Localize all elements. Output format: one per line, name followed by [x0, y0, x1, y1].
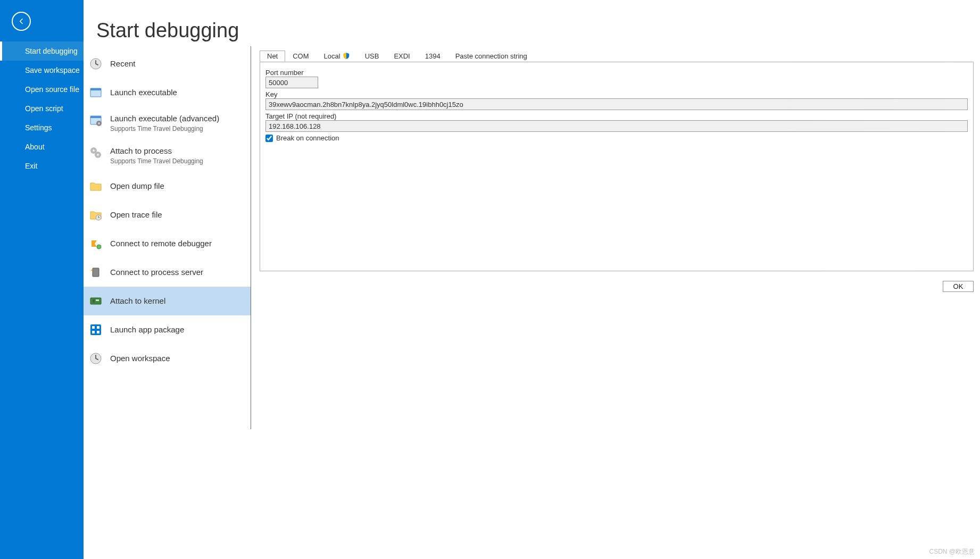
circuit-board-icon	[89, 294, 103, 308]
sidebar-item-open-source-file[interactable]: Open source file	[0, 80, 84, 99]
action-open-dump-file[interactable]: Open dump file	[84, 172, 251, 201]
svg-rect-21	[97, 331, 99, 333]
action-launch-app-package[interactable]: Launch app package	[84, 315, 251, 344]
action-recent[interactable]: Recent	[84, 49, 251, 78]
right-panel: Net COM Local USB EXDI 1394 Paste connec…	[260, 46, 980, 559]
action-label: Attach to process	[110, 146, 203, 156]
target-ip-input[interactable]	[265, 120, 968, 132]
vertical-divider	[251, 46, 251, 429]
sidebar-item-label: Start debugging	[25, 47, 78, 55]
action-subtitle: Supports Time Travel Debugging	[110, 157, 203, 166]
action-label: Connect to remote debugger	[110, 238, 212, 249]
sidebar-item-label: Exit	[25, 162, 37, 170]
action-list: Recent Launch executable Launch executab…	[84, 46, 251, 559]
svg-point-12	[97, 245, 101, 249]
sidebar-item-open-script[interactable]: Open script	[0, 99, 84, 118]
sidebar-item-label: About	[25, 143, 45, 151]
arrow-left-icon	[17, 17, 26, 26]
port-input[interactable]	[265, 77, 318, 88]
sidebar-item-settings[interactable]: Settings	[0, 118, 84, 137]
window-icon	[89, 86, 103, 99]
svg-point-10	[97, 154, 99, 156]
svg-rect-15	[93, 299, 95, 303]
app-grid-icon	[89, 323, 103, 337]
svg-rect-4	[90, 116, 101, 118]
svg-point-8	[93, 149, 95, 152]
main: Start debugging Recent Launch executable	[84, 0, 980, 559]
tab-paste-connection-string[interactable]: Paste connection string	[448, 51, 535, 62]
action-label: Open trace file	[110, 210, 162, 220]
svg-rect-16	[96, 299, 99, 301]
break-on-connection-label: Break on connection	[276, 134, 339, 142]
action-open-workspace[interactable]: Open workspace	[84, 344, 251, 373]
svg-rect-13	[93, 268, 99, 277]
action-connect-remote-debugger[interactable]: Connect to remote debugger	[84, 229, 251, 258]
sidebar-item-exit[interactable]: Exit	[0, 156, 84, 176]
gears-icon	[89, 146, 103, 160]
sidebar-item-start-debugging[interactable]: Start debugging	[0, 41, 84, 61]
sidebar: Start debugging Save workspace Open sour…	[0, 0, 84, 559]
content-row: Recent Launch executable Launch executab…	[84, 46, 980, 559]
sidebar-item-label: Save workspace	[25, 66, 80, 74]
sidebar-item-label: Settings	[25, 123, 52, 132]
action-subtitle: Supports Time Travel Debugging	[110, 125, 219, 134]
tab-1394[interactable]: 1394	[418, 51, 448, 62]
action-label: Launch executable (advanced)	[110, 113, 219, 124]
shield-icon	[343, 52, 350, 60]
action-label: Launch executable	[110, 87, 177, 98]
break-on-connection-checkbox[interactable]	[265, 135, 273, 142]
clock-icon	[89, 57, 103, 71]
tab-net[interactable]: Net	[260, 51, 285, 62]
sidebar-item-label: Open source file	[25, 85, 79, 94]
target-ip-label: Target IP (not required)	[265, 112, 968, 120]
action-attach-to-process[interactable]: Attach to process Supports Time Travel D…	[84, 139, 251, 172]
key-input[interactable]	[265, 98, 968, 110]
action-open-trace-file[interactable]: Open trace file	[84, 201, 251, 229]
action-label: Recent	[110, 59, 136, 69]
server-icon	[89, 265, 103, 279]
sidebar-item-label: Open script	[25, 104, 63, 113]
svg-rect-2	[90, 88, 101, 90]
action-label: Connect to process server	[110, 267, 203, 278]
svg-point-6	[98, 122, 100, 124]
key-label: Key	[265, 90, 968, 98]
action-label: Launch app package	[110, 324, 184, 335]
folder-clock-icon	[89, 208, 103, 222]
tab-content: Port number Key Target IP (not required)…	[260, 62, 974, 271]
action-attach-to-kernel[interactable]: Attach to kernel	[84, 287, 251, 315]
tab-exdi[interactable]: EXDI	[386, 51, 417, 62]
action-launch-executable-advanced[interactable]: Launch executable (advanced) Supports Ti…	[84, 107, 251, 139]
action-launch-executable[interactable]: Launch executable	[84, 78, 251, 107]
action-label: Attach to kernel	[110, 296, 165, 306]
ok-button-row: OK	[260, 281, 974, 292]
action-label: Open workspace	[110, 353, 170, 364]
sidebar-item-about[interactable]: About	[0, 137, 84, 156]
tab-usb[interactable]: USB	[358, 51, 387, 62]
back-button[interactable]	[12, 12, 31, 31]
action-connect-process-server[interactable]: Connect to process server	[84, 258, 251, 287]
page-title: Start debugging	[84, 0, 980, 46]
tab-local[interactable]: Local	[317, 51, 358, 62]
remote-icon	[89, 237, 103, 251]
folder-icon	[89, 179, 103, 193]
port-label: Port number	[265, 69, 968, 77]
svg-rect-19	[97, 326, 99, 329]
svg-rect-20	[92, 331, 95, 333]
svg-rect-18	[92, 326, 95, 329]
action-label: Open dump file	[110, 181, 164, 191]
window-gear-icon	[89, 113, 103, 127]
tabs: Net COM Local USB EXDI 1394 Paste connec…	[260, 49, 974, 62]
tab-com[interactable]: COM	[285, 51, 316, 62]
ok-button[interactable]: OK	[943, 281, 974, 292]
break-on-connection-row[interactable]: Break on connection	[265, 134, 968, 142]
clock-icon	[89, 352, 103, 365]
sidebar-item-save-workspace[interactable]: Save workspace	[0, 61, 84, 80]
